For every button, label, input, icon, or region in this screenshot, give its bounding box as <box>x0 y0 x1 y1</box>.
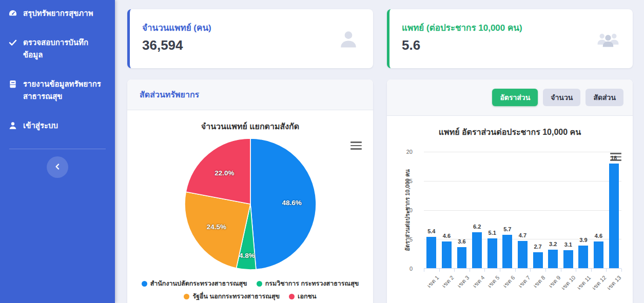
bar-slot: 4.7 <box>515 152 531 268</box>
bar-value-label: 18 <box>611 155 617 161</box>
bar-slot: 3.6 <box>454 152 470 268</box>
bar-panel-body: แพทย์ อัตราส่วนต่อประชากร 10,000 คน อัตร… <box>387 126 633 294</box>
legend-dot <box>184 294 189 299</box>
x-axis-label: เขต 11 <box>575 273 593 292</box>
bar-slot: 3.1 <box>560 152 576 268</box>
bar-value-label: 3.9 <box>579 237 587 243</box>
pie-panel: สัดส่วนทรัพยากร จำนวนแพทย์ แยกตามสังกัด … <box>127 79 373 303</box>
stat-card-value: 5.6 <box>402 37 620 53</box>
pie-slice-label: 24.5% <box>206 223 226 231</box>
stat-card-value: 36,594 <box>142 37 361 53</box>
pie-slice-label: 22.0% <box>214 169 234 177</box>
sidebar-item-label: ตรวจสอบการบันทึกข้อมูล <box>23 36 107 61</box>
bar-x-axis: เขต 1เขต 2เขต 3เขต 4เขต 5เขต 6เขต 7เขต 8… <box>424 269 621 294</box>
bar-value-label: 3.6 <box>458 238 465 245</box>
legend-label: เอกชน <box>298 291 316 301</box>
legend-dot <box>289 294 295 299</box>
toggle-button-1[interactable]: อัตราส่วน <box>492 89 538 106</box>
bar-เขต 6[interactable]: 5.7 <box>502 235 512 268</box>
bar-เขต 3[interactable]: 3.6 <box>457 247 467 268</box>
bar-slot: 4.6 <box>591 152 607 268</box>
y-tick-label: 5 <box>409 236 413 243</box>
bar-panel-header: อัตราส่วนจำนวนสัดส่วน <box>387 79 633 116</box>
bar-panel: อัตราส่วนจำนวนสัดส่วน แพทย์ อัตราส่วนต่อ… <box>387 79 633 303</box>
pie-slice-label: 4.8% <box>239 252 255 259</box>
pie-chart-title: จำนวนแพทย์ แยกตามสังกัด <box>134 120 366 133</box>
bar-plot-area: 5.44.63.66.25.15.74.72.73.23.13.94.618 <box>424 152 621 269</box>
bar-slot: 5.4 <box>424 152 439 268</box>
sidebar-nav: สรุปทรัพยากรสุขภาพตรวจสอบการบันทึกข้อมูล… <box>8 7 107 132</box>
bar-value-label: 3.2 <box>549 241 557 247</box>
x-axis-tick <box>500 269 500 272</box>
bar-value-label: 2.7 <box>534 244 541 250</box>
x-axis-label: เขต 13 <box>604 273 623 292</box>
bar-slot: 3.2 <box>545 152 561 268</box>
bar-เขต 12[interactable]: 4.6 <box>594 241 603 268</box>
bar-เขต 5[interactable]: 5.1 <box>487 238 497 268</box>
sidebar-item-label: รายงานข้อมูลทรัพยากรสาธารณสุข <box>23 78 107 103</box>
book-icon <box>8 79 17 89</box>
bar-value-label: 3.1 <box>564 241 572 248</box>
sidebar-item-label: เข้าสู่ระบบ <box>23 119 58 132</box>
bar-value-label: 5.7 <box>503 226 511 232</box>
check-icon <box>8 38 17 47</box>
bar-slot: 6.2 <box>470 152 485 268</box>
x-axis-tick <box>454 269 455 272</box>
sidebar-divider <box>9 149 106 149</box>
legend-item-4[interactable]: เอกชน <box>289 291 316 301</box>
pie-legend: สำนักงานปลัดกระทรวงสาธารณสุขกรมวิชาการ ก… <box>138 278 363 301</box>
legend-item-3[interactable]: รัฐอื่น นอกกระทรวงสาธารณสุข <box>184 291 280 301</box>
sidebar-item-3[interactable]: รายงานข้อมูลทรัพยากรสาธารณสุข <box>8 78 107 103</box>
x-axis-label: เขต 10 <box>559 273 578 292</box>
bar-slot: 3.9 <box>576 152 591 268</box>
bar-chart-title: แพทย์ อัตราส่วนต่อประชากร 10,000 คน <box>394 126 626 138</box>
bar-y-axis-ticks: 05101520 <box>394 152 418 269</box>
sidebar-item-2[interactable]: ตรวจสอบการบันทึกข้อมูล <box>8 36 107 61</box>
bar-เขต 7[interactable]: 4.7 <box>518 241 528 268</box>
bar-เขต 10[interactable]: 3.1 <box>563 250 573 268</box>
x-axis-tick <box>591 269 592 272</box>
x-axis-label: เขต 4 <box>470 273 486 290</box>
sidebar-item-label: สรุปทรัพยากรสุขภาพ <box>23 7 93 19</box>
x-axis-label: เขต 7 <box>516 273 532 290</box>
x-axis-tick <box>530 269 531 272</box>
stat-cards-row: จำนวนแพทย์ (คน)36,594แพทย์ (ต่อประชากร 1… <box>127 9 633 68</box>
x-axis-label: เขต 9 <box>546 273 562 290</box>
legend-item-2[interactable]: กรมวิชาการ กระทรวงสาธารณสุข <box>257 278 359 289</box>
legend-label: กรมวิชาการ กระทรวงสาธารณสุข <box>265 278 359 289</box>
x-axis-label: เขต 6 <box>500 273 517 290</box>
sidebar-item-1[interactable]: สรุปทรัพยากรสุขภาพ <box>8 7 107 19</box>
x-axis-tick <box>576 269 576 272</box>
bar-เขต 13[interactable]: 18 <box>609 164 619 268</box>
sidebar-item-4[interactable]: เข้าสู่ระบบ <box>8 119 107 132</box>
bar-value-label: 6.2 <box>473 224 481 230</box>
x-axis-label: เขต 8 <box>531 273 548 290</box>
bar-เขต 8[interactable]: 2.7 <box>533 252 543 268</box>
bar-chart: อัตราส่วนต่อประชากร 10,000 คน 05101520 5… <box>394 152 621 294</box>
sidebar-collapse-button[interactable] <box>47 156 68 178</box>
x-axis-tick <box>606 269 607 272</box>
bar-เขต 4[interactable]: 6.2 <box>472 232 482 268</box>
bar-value-label: 4.6 <box>443 233 451 239</box>
x-axis-label: เขต 1 <box>424 273 441 290</box>
bar-เขต 9[interactable]: 3.2 <box>548 250 558 268</box>
x-axis-tick <box>561 269 561 272</box>
x-axis-tick <box>470 269 470 272</box>
bar-slot: 18 <box>606 152 621 268</box>
legend-item-1[interactable]: สำนักงานปลัดกระทรวงสาธารณสุข <box>142 278 247 289</box>
bar-เขต 11[interactable]: 3.9 <box>578 246 588 268</box>
x-axis-tick <box>545 269 546 272</box>
toggle-button-3[interactable]: สัดส่วน <box>586 89 623 106</box>
stat-card-2: แพทย์ (ต่อประชากร 10,000 คน)5.6 <box>387 9 633 68</box>
x-axis-tick <box>424 269 424 272</box>
bar-เขต 2[interactable]: 4.6 <box>442 241 452 268</box>
user-icon <box>8 121 17 130</box>
x-axis-tick <box>621 269 622 272</box>
sidebar: สรุปทรัพยากรสุขภาพตรวจสอบการบันทึกข้อมูล… <box>0 0 115 303</box>
bar-เขต 1[interactable]: 5.4 <box>426 237 436 268</box>
legend-dot <box>257 281 262 287</box>
hamburger-icon[interactable] <box>350 142 362 150</box>
pie-chart: 48.6%4.8%24.5%22.0% <box>134 135 366 273</box>
y-tick-label: 0 <box>409 266 413 272</box>
toggle-button-2[interactable]: จำนวน <box>543 89 580 106</box>
